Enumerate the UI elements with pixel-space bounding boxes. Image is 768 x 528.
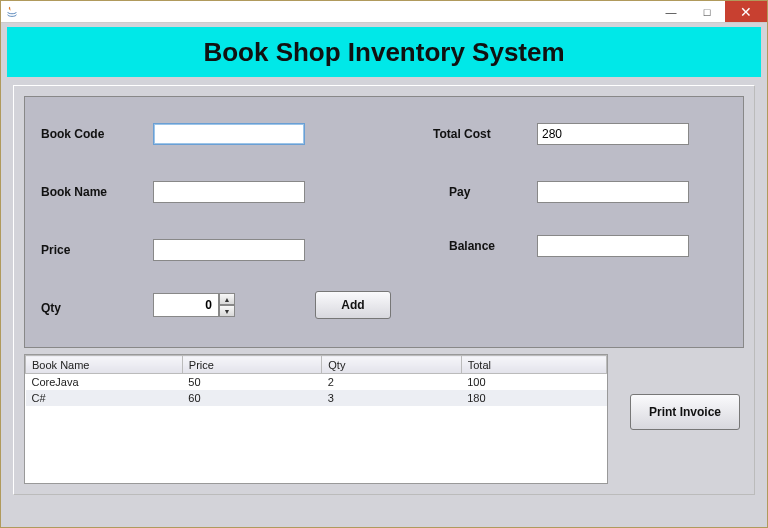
header-band: Book Shop Inventory System: [7, 27, 761, 77]
book-name-input[interactable]: [153, 181, 305, 203]
minimize-button[interactable]: —: [653, 1, 689, 22]
qty-stepper[interactable]: ▲ ▼: [153, 293, 235, 317]
form-panel: Book Code Book Name Price Qty ▲ ▼ Add To…: [24, 96, 744, 348]
app-title: Book Shop Inventory System: [203, 37, 564, 68]
cell: 60: [182, 390, 321, 406]
col-book-name[interactable]: Book Name: [26, 356, 183, 374]
qty-down-button[interactable]: ▼: [219, 305, 235, 317]
java-icon: [5, 5, 19, 19]
cell: 2: [322, 374, 461, 390]
total-cost-input[interactable]: [537, 123, 689, 145]
col-price[interactable]: Price: [182, 356, 321, 374]
qty-label: Qty: [41, 301, 61, 315]
col-qty[interactable]: Qty: [322, 356, 461, 374]
book-code-label: Book Code: [41, 127, 104, 141]
main-panel: Book Code Book Name Price Qty ▲ ▼ Add To…: [13, 85, 755, 495]
pay-label: Pay: [449, 185, 470, 199]
qty-input[interactable]: [153, 293, 219, 317]
pay-input[interactable]: [537, 181, 689, 203]
table-row[interactable]: CoreJava 50 2 100: [26, 374, 607, 390]
app-window: — □ ✕ Book Shop Inventory System Book Co…: [0, 0, 768, 528]
cell: 100: [461, 374, 606, 390]
add-button[interactable]: Add: [315, 291, 391, 319]
col-total[interactable]: Total: [461, 356, 606, 374]
qty-up-button[interactable]: ▲: [219, 293, 235, 305]
close-button[interactable]: ✕: [725, 1, 767, 22]
maximize-button[interactable]: □: [689, 1, 725, 22]
total-cost-label: Total Cost: [433, 127, 491, 141]
price-label: Price: [41, 243, 70, 257]
cell: C#: [26, 390, 183, 406]
cell: 50: [182, 374, 321, 390]
titlebar: — □ ✕: [1, 1, 767, 23]
bottom-area: Book Name Price Qty Total CoreJava 50 2 …: [14, 354, 754, 484]
window-controls: — □ ✕: [653, 1, 767, 22]
cell: CoreJava: [26, 374, 183, 390]
balance-input[interactable]: [537, 235, 689, 257]
book-name-label: Book Name: [41, 185, 107, 199]
balance-label: Balance: [449, 239, 495, 253]
table-header-row: Book Name Price Qty Total: [26, 356, 607, 374]
price-input[interactable]: [153, 239, 305, 261]
book-code-input[interactable]: [153, 123, 305, 145]
table-row[interactable]: C# 60 3 180: [26, 390, 607, 406]
cell: 3: [322, 390, 461, 406]
invoice-table[interactable]: Book Name Price Qty Total CoreJava 50 2 …: [24, 354, 608, 484]
cell: 180: [461, 390, 606, 406]
print-invoice-button[interactable]: Print Invoice: [630, 394, 740, 430]
